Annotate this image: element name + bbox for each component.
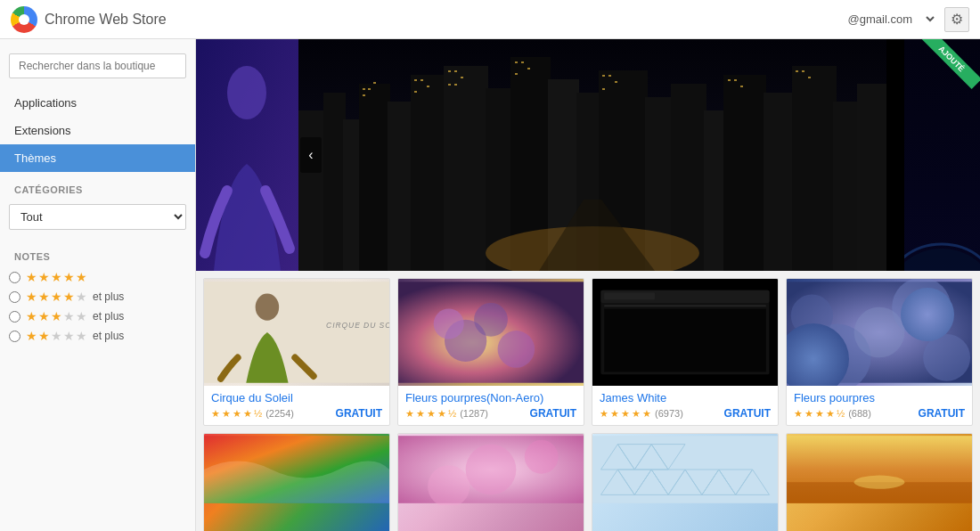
svg-rect-19 [723, 75, 766, 271]
sidebar: Applications Extensions Thèmes CATÉGORIE… [0, 39, 196, 531]
price-cirque: GRATUIT [336, 407, 382, 420]
svg-rect-26 [363, 94, 365, 96]
logo: Chrome Web Store [11, 6, 167, 33]
search-box [9, 53, 186, 78]
svg-rect-45 [728, 79, 731, 81]
account-email: @gmail.com [848, 12, 912, 26]
svg-rect-38 [521, 61, 524, 63]
svg-point-62 [498, 331, 535, 368]
carousel-prev-button[interactable]: ‹ [300, 137, 322, 173]
svg-rect-8 [388, 102, 412, 271]
theme-rating-cirque: ★ ★ ★ ★ ½ (2254) [211, 408, 294, 420]
logo-icon [11, 6, 37, 33]
svg-rect-24 [363, 88, 365, 90]
theme-card-james[interactable]: James White ★ ★ ★ ★ ★ (6973) GRATUIT [592, 278, 779, 426]
rating-3-radio[interactable] [9, 311, 20, 323]
settings-button[interactable]: ⚙ [944, 7, 969, 32]
svg-rect-27 [373, 82, 376, 84]
svg-rect-31 [414, 91, 417, 93]
stars-4: ★ ★ ★ ★ ★ [26, 290, 87, 304]
header: Chrome Web Store @gmail.com ⚙ [0, 0, 980, 39]
rating-4-radio[interactable] [9, 291, 20, 303]
theme-thumbnail-cirque: CIRQUE DU SOLEIL. [204, 279, 389, 386]
svg-rect-10 [444, 66, 488, 271]
svg-rect-41 [602, 75, 605, 77]
rating-5-stars[interactable]: ★ ★ ★ ★ ★ [0, 267, 195, 287]
theme-thumbnail-james [592, 279, 778, 386]
theme-card-cirque[interactable]: CIRQUE DU SOLEIL. Cirque du Soleil ★ ★ ★… [203, 278, 390, 426]
theme-card-colorful[interactable] [203, 433, 390, 531]
svg-rect-22 [833, 102, 860, 271]
theme-name-james: James White [600, 391, 771, 404]
svg-rect-29 [421, 79, 423, 81]
search-input[interactable] [9, 53, 186, 78]
theme-grid: CIRQUE DU SOLEIL. Cirque du Soleil ★ ★ ★… [196, 271, 980, 531]
category-dropdown[interactable]: Tout Animé Art & Design Célébrités Natur… [9, 204, 186, 230]
svg-rect-67 [604, 306, 766, 306]
svg-point-73 [791, 294, 833, 336]
svg-rect-6 [343, 119, 361, 271]
theme-card-pink[interactable] [397, 433, 584, 531]
theme-card-fleurs1[interactable]: Fleurs pourpres(Non-Aero) ★ ★ ★ ★ ½ (128… [397, 278, 584, 426]
theme-row-1: CIRQUE DU SOLEIL. Cirque du Soleil ★ ★ ★… [203, 278, 973, 426]
svg-point-96 [854, 476, 905, 489]
sidebar-item-extensions[interactable]: Extensions [0, 117, 195, 144]
svg-point-72 [854, 307, 905, 358]
svg-rect-32 [448, 70, 451, 72]
price-fleurs1: GRATUIT [530, 407, 576, 420]
svg-rect-34 [461, 77, 463, 78]
theme-rating-james: ★ ★ ★ ★ ★ (6973) [600, 408, 683, 420]
hero-item-left[interactable] [196, 39, 298, 271]
account-dropdown[interactable] [919, 12, 937, 27]
theme-meta-james: ★ ★ ★ ★ ★ (6973) GRATUIT [600, 407, 771, 420]
svg-rect-66 [604, 293, 655, 300]
svg-rect-68 [604, 309, 766, 372]
rating-5-radio[interactable] [9, 272, 20, 283]
svg-rect-44 [602, 88, 605, 90]
rating-2-stars[interactable]: ★ ★ ★ ★ ★ et plus [0, 326, 195, 346]
review-count-fleurs1: (1287) [460, 408, 488, 419]
rating-3-label: et plus [93, 310, 124, 323]
svg-point-74 [923, 334, 970, 381]
price-james: GRATUIT [724, 407, 771, 420]
hero-main-image[interactable] [298, 39, 904, 271]
theme-card-sunset[interactable] [786, 433, 973, 531]
svg-point-79 [525, 440, 559, 474]
sidebar-item-applications[interactable]: Applications [0, 89, 195, 117]
svg-rect-5 [323, 93, 346, 271]
hero-left-image [196, 39, 298, 271]
svg-rect-36 [454, 84, 457, 86]
theme-thumbnail-pink [398, 434, 584, 531]
app-title: Chrome Web Store [45, 12, 167, 28]
review-count-james: (6973) [655, 408, 683, 419]
price-fleurs2: GRATUIT [919, 407, 965, 420]
rating-4-stars[interactable]: ★ ★ ★ ★ ★ et plus [0, 287, 195, 306]
theme-row-2 [203, 433, 973, 531]
svg-rect-35 [448, 84, 451, 86]
rating-3-stars[interactable]: ★ ★ ★ ★ ★ et plus [0, 306, 195, 326]
svg-rect-49 [802, 70, 804, 72]
svg-rect-30 [427, 86, 429, 87]
rating-4-label: et plus [93, 290, 124, 303]
svg-rect-37 [515, 61, 518, 63]
theme-info-james: James White ★ ★ ★ ★ ★ (6973) GRATUIT [592, 386, 778, 425]
svg-point-60 [434, 309, 464, 339]
review-count-cirque: (2254) [265, 408, 294, 419]
theme-info-fleurs1: Fleurs pourpres(Non-Aero) ★ ★ ★ ★ ½ (128… [398, 386, 584, 425]
svg-point-56 [256, 294, 279, 321]
sidebar-item-themes[interactable]: Thèmes [0, 144, 195, 172]
rating-2-radio[interactable] [9, 331, 20, 342]
svg-rect-42 [608, 75, 611, 77]
hero-carousel: AJOUTÉ ‹ [196, 39, 980, 271]
theme-thumbnail-sunset [787, 434, 972, 531]
stars-5: ★ ★ ★ ★ ★ [26, 270, 87, 284]
svg-point-61 [474, 303, 508, 337]
svg-rect-25 [368, 88, 371, 90]
svg-rect-28 [414, 79, 417, 81]
stars-2: ★ ★ ★ ★ ★ [26, 329, 87, 343]
theme-thumbnail-pattern [592, 434, 778, 531]
theme-card-fleurs2[interactable]: Fleurs pourpres ★ ★ ★ ★ ½ (688) GRATUIT [786, 278, 973, 426]
main-content: AJOUTÉ ‹ [196, 39, 980, 531]
hero-item-right[interactable]: AJOUTÉ [904, 39, 980, 271]
theme-card-pattern[interactable] [592, 433, 779, 531]
